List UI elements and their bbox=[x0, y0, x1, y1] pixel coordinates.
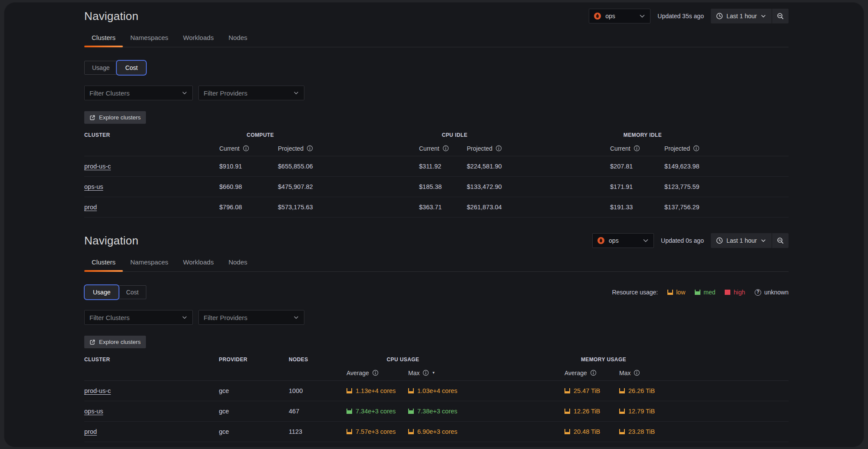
col-header-memory-max[interactable]: Max bbox=[619, 370, 789, 376]
info-icon[interactable] bbox=[243, 145, 249, 152]
time-range-picker[interactable]: Last 1 hour bbox=[711, 9, 772, 23]
usage-low-icon bbox=[564, 388, 570, 393]
info-icon[interactable] bbox=[422, 370, 429, 376]
usage-low-icon bbox=[564, 409, 570, 414]
col-group-memory-usage: MEMORY USAGE bbox=[547, 357, 660, 363]
usage-low-icon bbox=[347, 429, 352, 434]
sub-header-label: Current bbox=[219, 145, 240, 152]
cluster-link[interactable]: ops-us bbox=[84, 183, 103, 190]
explore-clusters-button[interactable]: Explore clusters bbox=[84, 111, 146, 124]
compute-projected-value: $655,855.06 bbox=[278, 163, 419, 170]
col-header-cpu-idle-current[interactable]: Current bbox=[419, 145, 467, 152]
col-header-memory-idle-projected[interactable]: Projected bbox=[664, 145, 789, 152]
cpu-average-cell: 7.34e+3 cores bbox=[347, 408, 408, 415]
cost-toggle-button[interactable]: Cost bbox=[119, 286, 146, 299]
explore-clusters-button[interactable]: Explore clusters bbox=[84, 336, 146, 348]
info-icon[interactable] bbox=[590, 370, 597, 376]
col-header-nodes: NODES bbox=[289, 357, 347, 363]
info-icon[interactable] bbox=[307, 145, 313, 152]
filter-clusters-placeholder: Filter Clusters bbox=[89, 89, 130, 97]
cluster-link[interactable]: prod-us-c bbox=[84, 163, 111, 170]
legend-item-unknown: ?unknown bbox=[755, 289, 789, 296]
usage-high-icon bbox=[725, 290, 730, 295]
filter-providers-select[interactable]: Filter Providers bbox=[198, 310, 304, 325]
cpu-idle-current-value: $363.71 bbox=[419, 204, 467, 211]
sub-header-label: Projected bbox=[664, 145, 690, 152]
info-icon[interactable] bbox=[634, 145, 640, 152]
cluster-link[interactable]: prod-us-c bbox=[84, 387, 111, 394]
zoom-out-button[interactable] bbox=[772, 9, 789, 23]
legend-item-label: med bbox=[703, 289, 715, 296]
resource-usage-legend: Resource usage: low med high ?unknown bbox=[612, 289, 789, 296]
usage-value: 20.48 TiB bbox=[574, 428, 600, 435]
grafana-logo-icon bbox=[597, 237, 605, 244]
filter-providers-placeholder: Filter Providers bbox=[204, 314, 248, 321]
col-header-memory-average[interactable]: Average bbox=[564, 370, 619, 376]
sub-header-label: Max bbox=[619, 370, 630, 376]
usage-value: 7.57e+3 cores bbox=[356, 428, 396, 435]
filter-clusters-select[interactable]: Filter Clusters bbox=[84, 310, 193, 325]
memory-idle-current-value: $207.81 bbox=[610, 163, 664, 170]
datasource-select[interactable]: ops bbox=[589, 9, 650, 23]
col-group-compute: COMPUTE bbox=[219, 132, 301, 138]
chevron-down-icon bbox=[760, 238, 766, 244]
chevron-down-icon bbox=[182, 90, 188, 96]
chevron-down-icon bbox=[293, 314, 299, 320]
tab-namespaces[interactable]: Namespaces bbox=[123, 34, 176, 47]
legend-item-label: high bbox=[733, 289, 745, 296]
active-tab-indicator bbox=[84, 270, 123, 272]
usage-value: 7.34e+3 cores bbox=[356, 408, 396, 415]
cluster-link[interactable]: ops-us bbox=[84, 408, 103, 415]
header-controls: ops Updated 35s ago Last 1 hour bbox=[589, 9, 789, 23]
filter-clusters-select[interactable]: Filter Clusters bbox=[84, 86, 193, 100]
col-header-cpu-max[interactable]: Max▼ bbox=[408, 370, 564, 376]
usage-toggle-button[interactable]: Usage bbox=[84, 284, 119, 300]
info-icon[interactable] bbox=[372, 370, 379, 376]
info-icon[interactable] bbox=[442, 145, 449, 152]
col-header-cpu-idle-projected[interactable]: Projected bbox=[467, 145, 610, 152]
tab-workloads[interactable]: Workloads bbox=[176, 34, 221, 47]
sub-header-label: Current bbox=[610, 145, 630, 152]
nodes-value: 1123 bbox=[289, 428, 347, 435]
tab-clusters[interactable]: Clusters bbox=[84, 258, 123, 271]
cluster-link[interactable]: prod bbox=[84, 204, 97, 211]
usage-toggle-button[interactable]: Usage bbox=[85, 61, 117, 74]
cost-toggle-button[interactable]: Cost bbox=[116, 60, 147, 76]
col-header-compute-projected[interactable]: Projected bbox=[278, 145, 419, 152]
col-header-cpu-average[interactable]: Average bbox=[347, 370, 408, 376]
time-range-picker[interactable]: Last 1 hour bbox=[711, 233, 772, 248]
page-title: Navigation bbox=[84, 234, 139, 248]
col-header-compute-current[interactable]: Current bbox=[219, 145, 278, 152]
info-icon[interactable] bbox=[693, 145, 700, 152]
sub-header-label: Projected bbox=[278, 145, 304, 152]
tab-label: Workloads bbox=[183, 258, 214, 266]
table-row: prod gce 1123 7.57e+3 cores 6.90e+3 core… bbox=[84, 422, 789, 442]
usage-med-icon bbox=[408, 409, 414, 414]
cpu-max-cell: 1.03e+4 cores bbox=[408, 387, 564, 394]
grafana-logo-icon bbox=[594, 12, 601, 20]
sub-header-label: Max bbox=[408, 370, 419, 376]
datasource-select[interactable]: ops bbox=[592, 233, 654, 248]
usage-low-icon bbox=[619, 409, 625, 414]
tab-nodes[interactable]: Nodes bbox=[221, 34, 254, 47]
zoom-out-icon bbox=[777, 13, 784, 20]
tab-clusters[interactable]: Clusters bbox=[84, 34, 123, 47]
tab-nodes[interactable]: Nodes bbox=[221, 258, 254, 271]
tab-namespaces[interactable]: Namespaces bbox=[123, 258, 176, 271]
sub-header-label: Average bbox=[564, 370, 587, 376]
tab-workloads[interactable]: Workloads bbox=[176, 258, 221, 271]
updated-text: Updated 35s ago bbox=[657, 13, 704, 20]
col-header-memory-idle-current[interactable]: Current bbox=[610, 145, 664, 152]
cpu-idle-current-value: $311.92 bbox=[419, 163, 467, 170]
filter-providers-select[interactable]: Filter Providers bbox=[198, 86, 304, 100]
usage-value: 1.03e+4 cores bbox=[417, 387, 457, 394]
legend-item-label: low bbox=[676, 289, 685, 296]
usage-value: 25.47 TiB bbox=[574, 387, 600, 394]
usage-med-icon bbox=[347, 409, 352, 414]
sort-desc-icon: ▼ bbox=[432, 371, 435, 375]
cluster-link[interactable]: prod bbox=[84, 428, 97, 435]
zoom-out-button[interactable] bbox=[772, 233, 789, 248]
info-icon[interactable] bbox=[634, 370, 640, 376]
clock-icon bbox=[716, 237, 723, 244]
info-icon[interactable] bbox=[495, 145, 502, 152]
